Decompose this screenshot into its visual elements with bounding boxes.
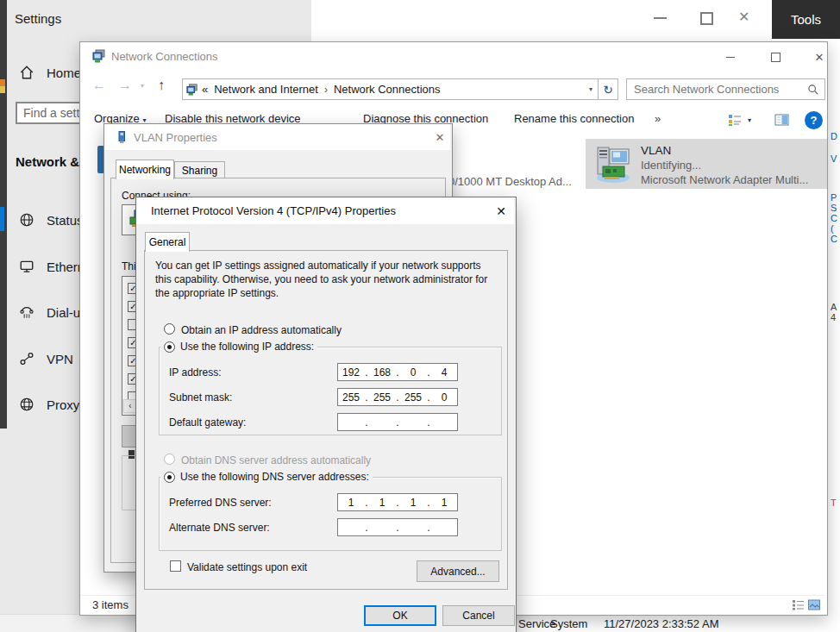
clipped-text-fragment: 4 bbox=[831, 312, 836, 322]
clipped-text-fragment: S bbox=[831, 203, 837, 213]
vlan-item-device: Microsoft Network Adapter Multi... bbox=[641, 173, 808, 186]
clipped-text-fragment: D bbox=[831, 131, 837, 141]
forward-icon[interactable]: → bbox=[118, 78, 132, 93]
clipped-text-fragment: ( bbox=[831, 223, 834, 234]
use-dns-label[interactable]: Use the following DNS server addresses: bbox=[180, 471, 369, 483]
large-icons-view-icon[interactable] bbox=[808, 599, 820, 610]
background-icon-fragment bbox=[0, 79, 5, 86]
default-gateway-label: Default gateway: bbox=[169, 416, 246, 429]
sidebar-item-status[interactable]: Status bbox=[47, 213, 84, 228]
address-dropdown-chevron-icon[interactable]: ▾ bbox=[589, 85, 592, 93]
help-icon[interactable]: ? bbox=[805, 111, 823, 129]
settings-window-title: Settings bbox=[15, 11, 61, 26]
use-ip-group-head[interactable]: Use the following IP address: bbox=[160, 341, 317, 353]
hidden-item-text-fragment: 0/1000 MT Desktop Ad... bbox=[448, 175, 572, 188]
vlan-item-status: Identifying... bbox=[641, 159, 701, 172]
clipped-text-fragment: V bbox=[831, 153, 837, 164]
vlan-dialog-title: VLAN Properties bbox=[134, 131, 217, 144]
more-commands-icon[interactable]: » bbox=[655, 112, 661, 125]
background-timestamp: 11/27/2023 2:33:52 AM bbox=[604, 617, 718, 630]
sidebar-item-vpn[interactable]: VPN bbox=[47, 352, 73, 366]
window-title: Network Connections bbox=[111, 50, 218, 63]
view-options-chevron-icon[interactable]: ▾ bbox=[748, 116, 751, 124]
background-icon-fragment bbox=[0, 86, 5, 93]
vlan-dialog-close-icon[interactable]: ✕ bbox=[430, 128, 449, 146]
status-globe-icon bbox=[19, 212, 34, 228]
clipped-text-fragment: C bbox=[831, 234, 837, 244]
search-icon bbox=[807, 84, 819, 96]
nc-close-button[interactable]: ✕ bbox=[807, 48, 828, 66]
tools-button[interactable]: Tools bbox=[772, 0, 840, 39]
use-dns-group-head[interactable]: Use the following DNS server addresses: bbox=[160, 471, 373, 483]
use-ip-label[interactable]: Use the following IP address: bbox=[180, 341, 314, 353]
subnet-mask-label: Subnet mask: bbox=[169, 391, 232, 404]
vpn-icon bbox=[19, 351, 34, 366]
vlan-item-name: VLAN bbox=[641, 144, 671, 157]
default-gateway-field[interactable]: ... bbox=[337, 413, 458, 431]
preview-pane-icon[interactable] bbox=[774, 113, 789, 127]
alternate-dns-label: Alternate DNS server: bbox=[169, 522, 270, 534]
ip-settings-description: You can get IP settings assigned automat… bbox=[155, 259, 497, 300]
obtain-ip-radio[interactable] bbox=[164, 323, 175, 335]
use-dns-radio[interactable] bbox=[164, 472, 175, 483]
vlan-connection-item[interactable]: VLAN Identifying... Microsoft Network Ad… bbox=[586, 139, 828, 189]
address-location-icon bbox=[186, 84, 198, 96]
validate-settings-checkbox[interactable] bbox=[170, 560, 181, 572]
breadcrumb-overflow-icon[interactable]: « bbox=[202, 83, 208, 96]
clipped-text-fragment: A bbox=[831, 302, 837, 312]
selected-item-accent-bar bbox=[0, 207, 4, 231]
nc-minimize-button[interactable] bbox=[718, 48, 743, 66]
ok-button[interactable]: OK bbox=[364, 605, 436, 626]
ipv4-dialog-title: Internet Protocol Version 4 (TCP/IPv4) P… bbox=[151, 204, 396, 217]
back-icon[interactable]: ← bbox=[92, 78, 106, 93]
details-view-icon[interactable] bbox=[793, 599, 804, 610]
search-box[interactable] bbox=[626, 78, 825, 100]
nc-maximize-button[interactable] bbox=[763, 48, 787, 66]
use-ip-radio[interactable] bbox=[164, 341, 175, 353]
tab-networking[interactable]: Networking bbox=[116, 160, 174, 179]
vlan-dialog-icon bbox=[115, 130, 129, 144]
subnet-mask-field[interactable]: 255.255.255.0 bbox=[337, 388, 458, 406]
obtain-ip-label[interactable]: Obtain an IP address automatically bbox=[181, 324, 342, 336]
settings-close-button[interactable]: ✕ bbox=[738, 9, 749, 25]
ipv4-dialog-close-icon[interactable]: ✕ bbox=[492, 203, 511, 220]
proxy-globe-icon bbox=[19, 397, 34, 412]
clipped-text-fragment: P bbox=[831, 192, 837, 203]
search-input[interactable] bbox=[627, 82, 807, 97]
tab-sharing[interactable]: Sharing bbox=[174, 161, 225, 179]
sidebar-item-proxy[interactable]: Proxy bbox=[47, 397, 79, 412]
background-window-row: Service System 11/27/2023 2:33:52 AM bbox=[515, 614, 840, 632]
advanced-button[interactable]: Advanced... bbox=[417, 560, 499, 582]
tab-general[interactable]: General bbox=[145, 232, 190, 252]
settings-maximize-button[interactable] bbox=[700, 12, 713, 25]
preferred-dns-label: Preferred DNS server: bbox=[169, 497, 272, 509]
rename-connection-command[interactable]: Rename this connection bbox=[514, 112, 634, 125]
home-icon bbox=[19, 65, 34, 80]
network-connections-app-icon bbox=[92, 49, 106, 63]
network-adapter-icon bbox=[592, 143, 634, 185]
background-content-sliver bbox=[826, 41, 840, 614]
clipped-text-fragment: T bbox=[831, 497, 837, 508]
ipv4-properties-dialog: Internet Protocol Version 4 (TCP/IPv4) P… bbox=[135, 197, 517, 632]
change-view-icon[interactable] bbox=[728, 113, 742, 127]
settings-minimize-button[interactable] bbox=[654, 17, 667, 19]
ethernet-icon bbox=[19, 259, 34, 274]
breadcrumb-network-and-internet[interactable]: Network and Internet bbox=[214, 83, 318, 96]
sidebar-item-home[interactable]: Home bbox=[47, 66, 81, 80]
background-system-text: System bbox=[550, 617, 587, 630]
address-bar[interactable]: « Network and Internet › Network Connect… bbox=[182, 78, 599, 100]
item-count: 3 items bbox=[92, 598, 129, 611]
breadcrumb-separator-icon: › bbox=[324, 84, 328, 96]
refresh-button[interactable]: ↻ bbox=[599, 78, 618, 100]
up-icon[interactable]: ↑ bbox=[158, 78, 165, 93]
use-dns-group-box bbox=[159, 477, 502, 551]
validate-settings-label[interactable]: Validate settings upon exit bbox=[187, 561, 307, 573]
recent-pages-chevron-icon[interactable]: ▾ bbox=[141, 82, 144, 90]
dialup-phone-icon bbox=[19, 304, 34, 320]
preferred-dns-field[interactable]: 1.1.1.1 bbox=[337, 493, 458, 511]
cancel-button[interactable]: Cancel bbox=[442, 605, 515, 626]
breadcrumb-network-connections[interactable]: Network Connections bbox=[334, 83, 441, 96]
ip-address-field[interactable]: 192.168.0.4 bbox=[337, 363, 458, 381]
obtain-dns-label: Obtain DNS server address automatically bbox=[181, 454, 371, 466]
alternate-dns-field[interactable]: ... bbox=[337, 518, 458, 536]
